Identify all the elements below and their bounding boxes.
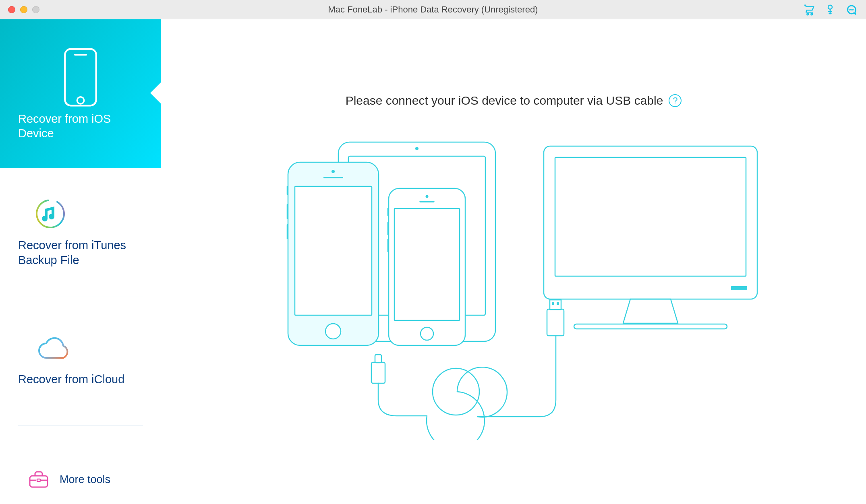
phone-icon xyxy=(18,47,143,107)
sidebar-item-label: Recover from iOS Device xyxy=(18,112,143,141)
itunes-icon xyxy=(18,198,143,230)
iphone-large-icon xyxy=(287,162,379,345)
chat-icon[interactable] xyxy=(845,4,857,16)
svg-point-2 xyxy=(828,5,832,9)
sidebar-item-recover-icloud[interactable]: Recover from iCloud xyxy=(18,297,143,426)
iphone-small-icon xyxy=(388,188,465,345)
sidebar-item-label: Recover from iCloud xyxy=(18,372,143,386)
svg-point-44 xyxy=(433,368,479,415)
usb-cable-icon xyxy=(378,336,556,440)
main-panel: Please connect your iOS device to comput… xyxy=(161,19,866,504)
sidebar-item-label: More tools xyxy=(60,473,110,487)
minimize-window-button[interactable] xyxy=(20,6,27,13)
key-icon[interactable] xyxy=(824,4,836,16)
svg-point-1 xyxy=(811,13,812,15)
svg-point-21 xyxy=(331,170,335,173)
svg-rect-42 xyxy=(371,362,385,383)
svg-rect-43 xyxy=(375,355,381,363)
monitor-icon xyxy=(544,146,757,329)
svg-point-16 xyxy=(415,147,418,150)
window-controls xyxy=(8,6,39,13)
svg-rect-19 xyxy=(295,186,372,315)
titlebar: Mac FoneLab - iPhone Data Recovery (Unre… xyxy=(0,0,866,19)
window-title: Mac FoneLab - iPhone Data Recovery (Unre… xyxy=(328,4,538,15)
svg-rect-36 xyxy=(731,286,747,290)
svg-point-29 xyxy=(426,195,429,198)
svg-point-5 xyxy=(853,9,853,10)
svg-rect-40 xyxy=(552,302,554,305)
svg-point-3 xyxy=(849,9,849,10)
titlebar-actions xyxy=(803,4,857,16)
help-icon[interactable]: ? xyxy=(669,94,682,107)
sidebar-item-recover-itunes[interactable]: Recover from iTunes Backup File xyxy=(18,168,143,297)
sidebar-item-label: Recover from iTunes Backup File xyxy=(18,238,143,267)
lightning-plug-icon xyxy=(371,355,385,383)
zoom-window-button[interactable] xyxy=(32,6,39,13)
usb-plug-icon xyxy=(547,300,564,336)
connect-instruction: Please connect your iOS device to comput… xyxy=(346,94,663,107)
cloud-icon xyxy=(18,336,143,364)
svg-rect-41 xyxy=(557,302,559,305)
cart-icon[interactable] xyxy=(803,4,815,16)
sidebar-item-more-tools[interactable]: More tools xyxy=(0,460,161,504)
svg-rect-38 xyxy=(547,309,564,336)
close-window-button[interactable] xyxy=(8,6,15,13)
svg-point-20 xyxy=(325,324,341,339)
sidebar: Recover from iOS Device xyxy=(0,19,161,504)
sidebar-item-recover-ios-device[interactable]: Recover from iOS Device xyxy=(0,19,161,168)
svg-rect-13 xyxy=(37,479,40,481)
toolbox-icon xyxy=(28,469,49,490)
main-heading-row: Please connect your iOS device to comput… xyxy=(161,94,866,107)
svg-point-9 xyxy=(34,198,66,230)
svg-rect-39 xyxy=(550,300,561,310)
svg-point-0 xyxy=(807,13,808,15)
svg-rect-26 xyxy=(389,188,465,345)
svg-rect-37 xyxy=(574,324,727,329)
svg-point-4 xyxy=(851,9,851,10)
connect-illustration xyxy=(268,134,759,442)
svg-point-8 xyxy=(77,97,84,103)
